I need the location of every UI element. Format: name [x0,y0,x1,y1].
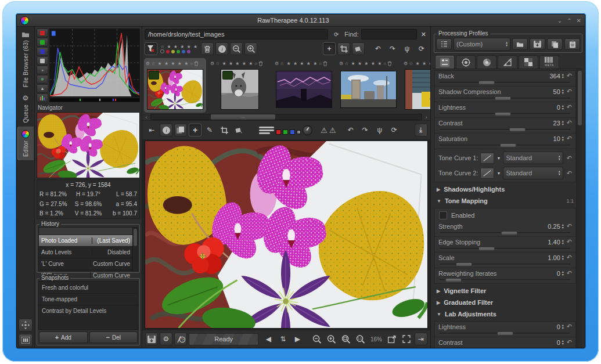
tone-curve-1-select[interactable]: Standard ▴▾ [503,152,563,164]
reset-icon[interactable]: ↶ [566,119,572,127]
yellow-label-dot[interactable] [171,50,175,53]
thumb-stars[interactable]: ☆ ★ ★ ★ ★ ★ [151,61,189,66]
spinner-icon[interactable]: ▴▾ [562,224,564,229]
profile-list-button[interactable] [436,38,452,50]
slider-handle[interactable] [497,331,513,336]
spinner-icon[interactable]: ▴▾ [562,73,564,79]
title-bar[interactable]: RawTherapee 4.0.12.113 ⌄ ⌃ ✕ [17,15,585,27]
pan-button[interactable] [19,319,33,331]
red-label-dot[interactable] [166,50,170,53]
slider-black[interactable]: Black 364 ▴▾ ↶ [435,71,575,87]
scroll-right-icon[interactable]: › [423,114,429,120]
reset-icon[interactable]: ↶ [566,154,572,162]
crop-tool-button[interactable] [337,42,350,55]
curve-type-button[interactable] [480,153,494,164]
unrated-circle-icon[interactable]: ○ [254,61,257,66]
gear-icon[interactable]: ⚙ [275,61,279,66]
section-graduated-filter[interactable]: ▶ Graduated Filter [434,297,577,308]
rotate-view-button[interactable]: ⟳ [388,124,401,136]
straighten-tool-button[interactable]: + [323,42,336,55]
spinner-icon[interactable]: ▴▾ [562,255,564,261]
histogram-luma-toggle[interactable] [37,56,48,65]
tab-color[interactable] [477,55,496,69]
reset-icon[interactable]: ↶ [566,72,572,80]
tools-scrollbar[interactable] [577,69,582,348]
curve-type-button[interactable] [480,168,494,179]
filmstrip-scroll-thumb[interactable]: … [211,114,276,120]
rotate-right-button[interactable]: ↷ [386,42,399,55]
snapshot-item[interactable]: Tone-mapped [39,294,138,305]
history-row[interactable]: 'L' Curve Custom Curve [39,258,132,270]
filmstrip-toggle-button[interactable] [19,334,33,347]
spot-wb-button[interactable]: ψ [373,124,386,136]
undo-button[interactable]: ↶ [344,124,357,136]
slider-shadow-compression[interactable]: Shadow Compression 50 ▴▾ ↶ [435,87,575,102]
hide-left-panel-button[interactable]: ⇤ [145,124,158,136]
find-input[interactable] [361,29,417,39]
reset-icon[interactable]: ↶ [566,254,572,261]
tab-metadata[interactable]: META [539,55,559,69]
histogram-mode-toggle[interactable] [37,93,48,102]
filmstrip-thumb-flowers[interactable]: ⚙ ☆ ★ ★ ★ ★ ★ ○ [144,58,206,113]
highlight-clip-warning-icon[interactable]: ⚠ [329,126,336,135]
reset-icon[interactable]: ↶ [566,338,572,346]
slider-handle[interactable] [445,278,462,282]
copy-profile-button[interactable] [547,38,563,50]
slider-handle[interactable] [495,112,511,116]
section-shadows-highlights[interactable]: ▶ Shadows/Highlights [434,183,577,195]
section-lab-adjustments[interactable]: ▼ Lab Adjustments [434,308,577,320]
clear-find-button[interactable]: ✕ [419,31,428,38]
tab-raw[interactable] [519,55,538,69]
next-image-button[interactable]: ▶ [291,333,304,345]
delete-button[interactable] [201,42,214,55]
shadow-clip-warning-icon[interactable]: ⚠ [321,126,328,135]
slider-handle[interactable] [495,96,511,100]
blue-label-dot[interactable] [182,50,185,53]
rotate-left-button[interactable]: ↶ [372,42,384,55]
thumb-zoom-in-button[interactable] [244,42,257,55]
histogram-raw-toggle[interactable]: ● [37,66,48,74]
reset-icon[interactable]: ↶ [566,238,572,246]
main-photo[interactable] [145,140,428,329]
thumb-zoom-out-button[interactable] [230,42,243,55]
enabled-checkbox[interactable] [439,211,447,219]
slider-handle[interactable] [478,247,495,251]
reset-icon[interactable]: ↶ [566,222,572,230]
thumb-stars[interactable]: ☆ ★ ★ ★ ★ ★ [344,61,382,66]
purple-label-dot[interactable] [187,50,190,53]
redo-button[interactable]: ↷ [359,124,372,136]
tab-exposure[interactable] [435,55,455,69]
hide-top-panel-button[interactable]: ⇥ [415,124,427,136]
slider-scale[interactable]: Scale 1.00 ▴▾ ↶ [435,253,575,268]
slider-handle[interactable] [456,262,472,266]
zoom-fit-button[interactable] [340,333,352,345]
fullscreen-button[interactable] [400,333,413,345]
color-label-filter-row[interactable] [160,49,198,54]
star-filter-row[interactable]: ☆ ★ ★ ★ ★ ★ [160,44,198,49]
spinner-icon[interactable]: ▴▾ [562,340,564,345]
profile-select[interactable]: (Custom) ▴▾ [454,38,510,51]
histogram-canvas[interactable] [49,28,140,102]
slider-edge-stopping[interactable]: Edge Stopping 1.40 ▴▾ ↶ [435,237,575,253]
slider-lab-lightness[interactable]: Lightness 0 ▴▾ ↶ [435,322,575,337]
history-row[interactable]: Photo Loaded (Last Saved) [39,235,132,247]
slider-lab-contrast[interactable]: Contrast 0 ▴▾ ↶ [435,337,575,348]
section-tone-mapping[interactable]: ▼ Tone Mapping 1:1 [434,195,577,207]
trash-icon[interactable] [387,61,392,66]
thumb-stars[interactable]: ☆ ★ ★ ★ ★ ★ [280,61,318,66]
unrated-circle-icon[interactable]: ○ [383,61,386,66]
slider-handle[interactable] [500,143,516,147]
spinner-icon[interactable]: ▴▾ [562,271,564,276]
maximize-button[interactable]: ⌃ [567,17,571,24]
tab-detail[interactable] [456,55,476,69]
image-list-button[interactable]: ⇅ [276,333,289,345]
save-image-button[interactable] [145,333,158,345]
no-color-dot[interactable] [160,49,164,53]
history-row[interactable]: Auto Levels Disabled [39,247,132,258]
flip-vertical-button[interactable]: ψ [401,42,413,55]
path-field[interactable]: /home/drslony/test_images [145,29,328,39]
spinner-icon[interactable]: ▴▾ [562,120,564,126]
snapshot-item[interactable]: Fresh and colorful [39,282,138,294]
trash-icon[interactable] [323,61,328,66]
filmstrip-thumb-building[interactable]: ⚙ ☆ ★ ★ ★ ★ ★ [402,58,430,113]
